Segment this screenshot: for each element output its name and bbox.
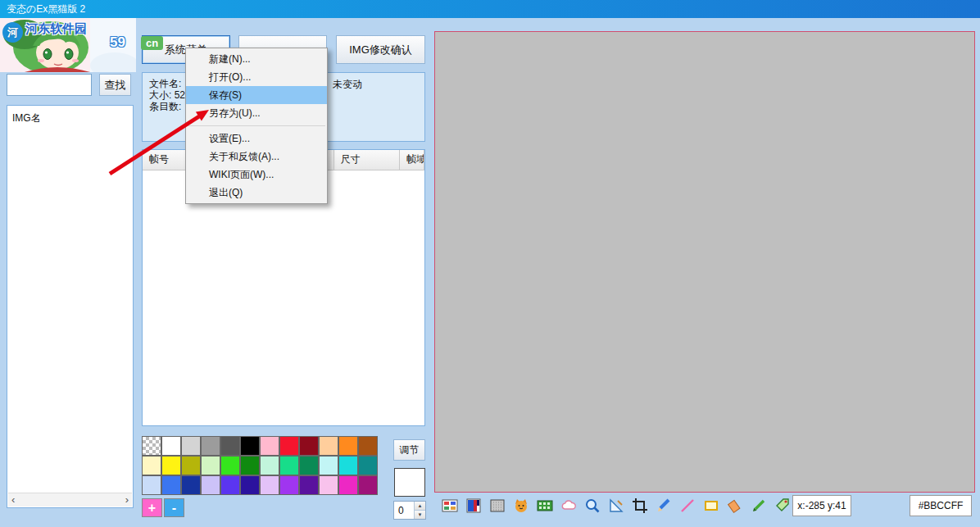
palette-swatch[interactable] xyxy=(338,436,358,456)
scroll-right-icon[interactable]: › xyxy=(122,494,132,506)
spinner-down-icon[interactable]: ▼ xyxy=(415,511,425,519)
menu-item[interactable]: 新建(N)... xyxy=(186,50,327,68)
menu-item[interactable]: 打开(O)... xyxy=(186,68,327,86)
palette-swatch[interactable] xyxy=(240,456,260,475)
watermark-url-fragment: 59 xyxy=(110,34,125,51)
palette-swatch-transparent[interactable] xyxy=(142,436,161,456)
palette-swatch[interactable] xyxy=(161,456,181,475)
palette-swatch[interactable] xyxy=(260,456,279,475)
title-bar: 变态のEx黑猫版 2 xyxy=(0,0,980,18)
find-button[interactable]: 查找 xyxy=(99,74,131,96)
palette-swatch[interactable] xyxy=(142,475,161,495)
table-header-cell: 尺寸 xyxy=(334,150,401,170)
palette-swatch[interactable] xyxy=(201,475,220,495)
palette-swatch[interactable] xyxy=(299,456,319,475)
zoom-icon[interactable] xyxy=(583,496,602,516)
palette-swatch[interactable] xyxy=(220,436,240,456)
crop-icon[interactable] xyxy=(630,496,650,516)
palette-add-button[interactable]: + xyxy=(142,498,162,517)
palette-swatch[interactable] xyxy=(319,456,338,475)
palette-swatch[interactable] xyxy=(181,436,201,456)
watermark-site-name: 河东软件园 xyxy=(25,21,87,37)
current-color-preview xyxy=(394,468,425,497)
tool-bar xyxy=(440,496,792,516)
table-header-cell: 帧域 xyxy=(400,150,424,170)
palette-swatch[interactable] xyxy=(319,475,338,495)
palette-swatch[interactable] xyxy=(260,436,279,456)
menu-item[interactable]: 设置(E)... xyxy=(186,129,327,148)
palette-swatch[interactable] xyxy=(338,475,358,495)
color-palette xyxy=(142,436,378,495)
palette-swatch[interactable] xyxy=(279,436,299,456)
palette-swatch[interactable] xyxy=(319,436,338,456)
menu-item[interactable]: 退出(Q) xyxy=(186,184,327,202)
palette-swatch[interactable] xyxy=(358,456,378,475)
watermark-logo-icon: 河 xyxy=(2,22,23,43)
palette-swatch[interactable] xyxy=(161,436,181,456)
status-text: 未变动 xyxy=(333,79,362,90)
horizontal-scrollbar[interactable]: ‹ › xyxy=(8,493,132,507)
palette-swatch[interactable] xyxy=(181,475,201,495)
spinner-value: 0 xyxy=(398,505,404,516)
line-icon[interactable] xyxy=(678,496,697,516)
palette-icon[interactable] xyxy=(464,496,483,516)
color-hex-value: #BBCCFF xyxy=(910,495,972,516)
palette-swatch[interactable] xyxy=(279,475,299,495)
palette-swatch[interactable] xyxy=(279,456,299,475)
frames-icon[interactable] xyxy=(440,496,460,516)
tag-icon[interactable] xyxy=(773,496,792,516)
adjust-button[interactable]: 调节 xyxy=(393,439,425,461)
pencil-icon[interactable] xyxy=(654,496,674,516)
menu-item[interactable]: 另存为(U)... xyxy=(186,104,327,122)
search-input[interactable] xyxy=(7,74,92,96)
menu-item[interactable]: 保存(S) xyxy=(186,86,327,104)
palette-swatch[interactable] xyxy=(220,456,240,475)
palette-remove-button[interactable]: - xyxy=(164,498,184,517)
cat-icon[interactable] xyxy=(511,496,531,516)
system-menu: 新建(N)...打开(O)...保存(S)另存为(U)...设置(E)...关于… xyxy=(185,48,328,204)
palette-swatch[interactable] xyxy=(142,456,161,475)
palette-swatch[interactable] xyxy=(181,456,201,475)
palette-swatch[interactable] xyxy=(201,456,220,475)
scroll-left-icon[interactable]: ‹ xyxy=(8,494,18,506)
film-icon[interactable] xyxy=(535,496,555,516)
menu-separator xyxy=(188,125,325,126)
rectangle-icon[interactable] xyxy=(701,496,721,516)
palette-swatch[interactable] xyxy=(220,475,240,495)
watermark-cn-badge: cn xyxy=(141,36,163,50)
spinner-up-icon[interactable]: ▲ xyxy=(415,502,425,511)
ruler-icon[interactable] xyxy=(606,496,626,516)
pen-icon[interactable] xyxy=(749,496,769,516)
palette-swatch[interactable] xyxy=(161,475,181,495)
palette-swatch[interactable] xyxy=(240,475,260,495)
menu-item[interactable]: WIKI页面(W)... xyxy=(186,166,327,184)
img-list-title: IMG名 xyxy=(7,106,133,131)
palette-swatch[interactable] xyxy=(201,436,220,456)
menu-item[interactable]: 关于和反馈(A)... xyxy=(186,148,327,166)
palette-swatch[interactable] xyxy=(260,475,279,495)
img-confirm-button[interactable]: IMG修改确认 xyxy=(336,35,425,64)
window-title: 变态のEx黑猫版 2 xyxy=(7,3,85,15)
value-spinner[interactable]: 0 ▲ ▼ xyxy=(393,501,426,520)
palette-swatch[interactable] xyxy=(358,475,378,495)
pattern-icon[interactable] xyxy=(488,496,507,516)
img-name-listbox[interactable]: IMG名 ‹ › xyxy=(7,105,134,508)
palette-swatch[interactable] xyxy=(299,436,319,456)
eraser-icon[interactable] xyxy=(725,496,745,516)
palette-swatch[interactable] xyxy=(240,436,260,456)
palette-swatch[interactable] xyxy=(338,456,358,475)
canvas[interactable] xyxy=(434,31,975,493)
palette-swatch[interactable] xyxy=(358,436,378,456)
cursor-coordinates: x:-285 y:41 xyxy=(792,495,851,516)
palette-swatch[interactable] xyxy=(299,475,319,495)
cloud-icon[interactable] xyxy=(559,496,578,516)
